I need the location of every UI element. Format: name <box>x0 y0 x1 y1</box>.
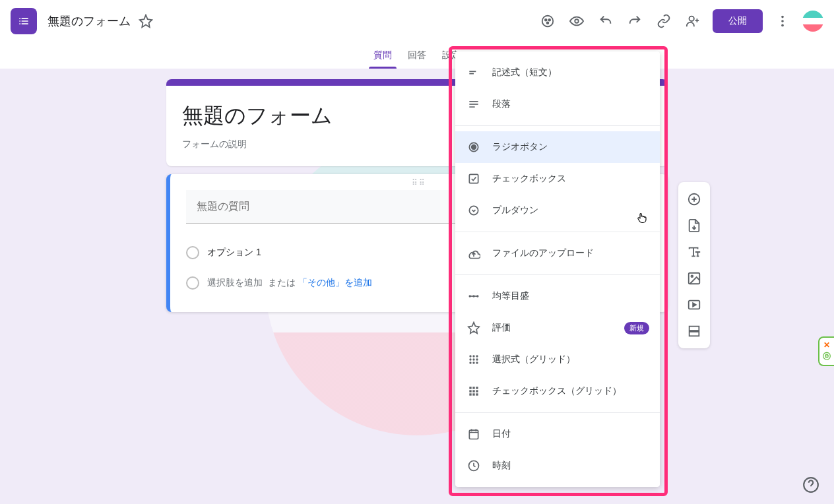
dropdown-icon <box>466 203 482 218</box>
menu-item-checkboxes[interactable]: チェックボックス <box>455 163 660 195</box>
document-title[interactable]: 無題のフォーム <box>48 13 131 29</box>
svg-point-13 <box>691 275 693 277</box>
star-icon[interactable] <box>139 14 153 28</box>
svg-point-0 <box>542 16 554 27</box>
svg-point-4 <box>575 19 579 23</box>
svg-point-23 <box>472 145 476 150</box>
svg-point-5 <box>690 16 694 21</box>
grid-squares-icon <box>466 383 482 399</box>
undo-icon[interactable] <box>591 7 620 36</box>
side-toolbar <box>678 182 710 348</box>
radio-icon <box>186 246 199 259</box>
tab-questions[interactable]: 質問 <box>366 42 400 69</box>
clock-icon <box>466 458 482 474</box>
edge-e-icon: ⓔ <box>823 351 831 362</box>
star-outline-icon <box>466 320 482 336</box>
menu-item-paragraph[interactable]: 段落 <box>455 88 660 120</box>
menu-item-rating[interactable]: 評価 新規 <box>455 312 660 344</box>
import-questions-icon[interactable] <box>682 214 706 237</box>
menu-item-dropdown[interactable]: プルダウン <box>455 195 660 226</box>
add-video-icon[interactable] <box>682 293 706 317</box>
svg-rect-20 <box>469 104 478 105</box>
svg-point-36 <box>469 362 471 363</box>
svg-point-34 <box>472 358 474 360</box>
tab-bar: 質問 回答 設定 <box>0 42 834 69</box>
svg-rect-29 <box>470 296 478 297</box>
svg-rect-40 <box>472 387 474 389</box>
new-badge: 新規 <box>624 322 649 334</box>
svg-rect-39 <box>469 387 471 389</box>
edge-extension-badge[interactable]: ✕ ⓔ <box>818 336 834 366</box>
svg-point-30 <box>469 355 471 357</box>
svg-rect-24 <box>469 174 478 183</box>
svg-rect-47 <box>476 393 478 395</box>
menu-item-cb-grid[interactable]: チェックボックス（グリッド） <box>455 375 660 407</box>
tab-responses[interactable]: 回答 <box>400 42 434 69</box>
menu-item-file-upload[interactable]: ファイルのアップロード <box>455 237 660 269</box>
svg-point-37 <box>472 362 474 363</box>
svg-rect-18 <box>469 73 474 75</box>
drag-handle-icon[interactable]: ⠿⠿ <box>412 178 426 187</box>
question-type-menu: 記述式（短文） 段落 ラジオボタン チェックボックス プルダウン ファイルのアッ… <box>455 51 660 487</box>
option-text[interactable]: オプション 1 <box>207 247 261 259</box>
add-option-button[interactable]: 選択肢を追加 <box>207 277 263 289</box>
svg-rect-46 <box>472 393 474 395</box>
add-question-icon[interactable] <box>682 187 706 211</box>
menu-item-linear-scale[interactable]: 均等目盛 <box>455 280 660 312</box>
svg-point-1 <box>545 19 547 21</box>
account-avatar[interactable] <box>802 11 823 32</box>
add-image-toolbar-icon[interactable] <box>682 267 706 290</box>
svg-point-38 <box>476 362 478 363</box>
svg-rect-43 <box>472 390 474 392</box>
link-icon[interactable] <box>649 7 678 36</box>
theme-icon[interactable] <box>533 7 562 36</box>
grid-dots-icon <box>466 352 482 367</box>
menu-item-mc-grid[interactable]: 選択式（グリッド） <box>455 344 660 375</box>
svg-rect-19 <box>469 101 478 102</box>
svg-rect-15 <box>690 327 699 331</box>
upload-icon <box>466 245 482 261</box>
svg-rect-41 <box>476 387 478 389</box>
svg-rect-45 <box>469 393 471 395</box>
edge-x-icon: ✕ <box>823 340 830 350</box>
add-other-button[interactable]: 「その他」を追加 <box>298 277 372 289</box>
menu-item-time[interactable]: 時刻 <box>455 450 660 482</box>
publish-button[interactable]: 公開 <box>713 9 763 33</box>
radio-button-icon <box>466 139 482 155</box>
svg-point-32 <box>476 355 478 357</box>
svg-rect-42 <box>469 390 471 392</box>
svg-rect-16 <box>690 332 699 336</box>
svg-rect-21 <box>469 106 474 108</box>
menu-item-date[interactable]: 日付 <box>455 418 660 450</box>
calendar-icon <box>466 426 482 442</box>
svg-point-35 <box>476 358 478 360</box>
more-icon[interactable] <box>768 7 797 36</box>
svg-point-3 <box>547 22 549 24</box>
paragraph-icon <box>466 96 482 112</box>
add-section-icon[interactable] <box>682 319 706 343</box>
menu-item-short-answer[interactable]: 記述式（短文） <box>455 57 660 88</box>
help-icon[interactable] <box>802 476 821 495</box>
svg-point-31 <box>472 355 474 357</box>
svg-point-2 <box>548 19 550 21</box>
menu-item-multiple-choice[interactable]: ラジオボタン <box>455 131 660 163</box>
radio-icon <box>186 276 199 290</box>
svg-point-33 <box>469 358 471 360</box>
short-text-icon <box>466 65 482 80</box>
svg-rect-48 <box>469 430 478 439</box>
svg-point-8 <box>781 24 784 27</box>
linear-scale-icon <box>466 288 482 304</box>
svg-point-7 <box>781 20 784 22</box>
checkbox-icon <box>466 171 482 187</box>
header-bar: 無題のフォーム 公開 <box>0 0 834 42</box>
redo-icon[interactable] <box>620 7 649 36</box>
svg-rect-17 <box>469 71 476 73</box>
add-title-icon[interactable] <box>682 240 706 264</box>
svg-rect-44 <box>476 390 478 392</box>
preview-icon[interactable] <box>562 7 591 36</box>
add-collaborator-icon[interactable] <box>678 7 707 36</box>
svg-point-25 <box>469 206 478 214</box>
or-separator: または <box>268 277 296 289</box>
svg-point-6 <box>781 16 784 18</box>
forms-logo[interactable] <box>11 8 37 34</box>
